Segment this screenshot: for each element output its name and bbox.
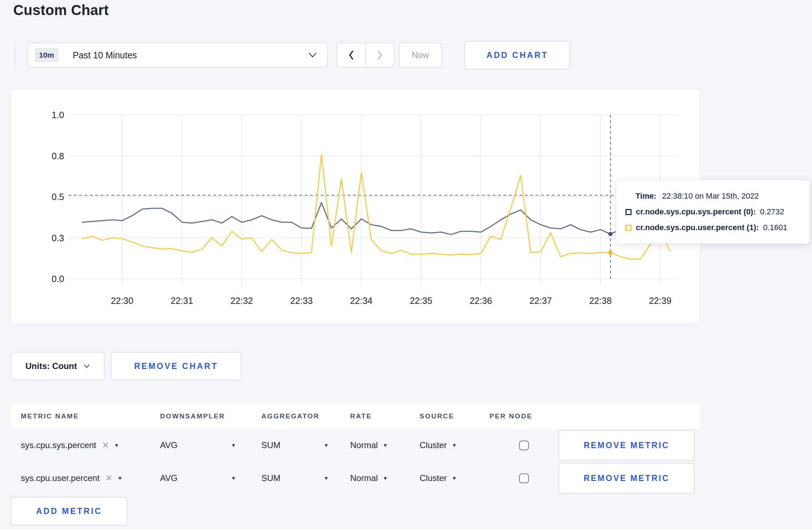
aggregator-value: SUM xyxy=(261,473,280,483)
tooltip-series-row: cr.node.sys.cpu.sys.percent (0): 0.2732 xyxy=(625,207,801,217)
svg-text:22:31: 22:31 xyxy=(171,296,193,306)
tooltip-time-label: Time: xyxy=(635,191,656,200)
tooltip-series-value: 0.1601 xyxy=(763,223,787,232)
svg-text:22:36: 22:36 xyxy=(470,296,492,306)
chevron-down-icon xyxy=(308,52,317,58)
sys-series-swatch-icon xyxy=(625,209,632,215)
svg-text:22:35: 22:35 xyxy=(410,296,432,306)
time-range-label: Past 10 Minutes xyxy=(73,50,137,60)
user-series-swatch-icon xyxy=(625,225,632,231)
rate-value: Normal xyxy=(350,473,378,483)
metric-name-select[interactable]: sys.cpu.sys.percent ✕ ▼ xyxy=(21,440,160,450)
downsampler-select[interactable]: AVG ▼ xyxy=(160,440,236,450)
remove-metric-button[interactable]: REMOVE METRIC xyxy=(559,430,695,461)
next-time-button[interactable] xyxy=(366,43,394,67)
caret-down-icon: ▼ xyxy=(383,442,388,448)
units-label: Units: Count xyxy=(25,361,77,371)
metric-name-select[interactable]: sys.cpu.user.percent ✕ ▼ xyxy=(21,473,160,483)
caret-down-icon: ▼ xyxy=(324,475,329,481)
remove-metric-button[interactable]: REMOVE METRIC xyxy=(559,463,695,494)
downsampler-value: AVG xyxy=(160,440,178,450)
svg-text:22:33: 22:33 xyxy=(290,296,313,306)
time-range-badge: 10m xyxy=(35,48,58,62)
col-header-metric-name: METRIC NAME xyxy=(21,412,160,420)
svg-text:0.8: 0.8 xyxy=(52,151,64,161)
chart-tooltip: Time:22:38:10 on Mar 15th, 2022 cr.node.… xyxy=(616,180,810,244)
svg-text:0.0: 0.0 xyxy=(52,274,64,284)
svg-text:1.0: 1.0 xyxy=(52,110,64,120)
page-title: Custom Chart xyxy=(13,2,109,18)
svg-text:22:39: 22:39 xyxy=(649,296,672,306)
tooltip-time: Time:22:38:10 on Mar 15th, 2022 xyxy=(635,191,801,201)
downsampler-select[interactable]: AVG ▼ xyxy=(160,473,236,483)
clear-metric-icon[interactable]: ✕ xyxy=(105,473,112,483)
source-value: Cluster xyxy=(420,473,447,483)
add-metric-button[interactable]: ADD METRIC xyxy=(11,497,127,525)
col-header-per-node: PER NODE xyxy=(489,412,559,420)
chevron-down-icon xyxy=(83,364,90,368)
aggregator-select[interactable]: SUM ▼ xyxy=(261,473,329,483)
caret-down-icon: ▼ xyxy=(452,475,457,481)
svg-text:22:32: 22:32 xyxy=(231,296,253,306)
svg-text:22:37: 22:37 xyxy=(530,296,552,306)
caret-down-icon: ▼ xyxy=(324,442,329,448)
toolbar-divider xyxy=(15,42,15,67)
svg-text:0.5: 0.5 xyxy=(52,192,64,202)
rate-select[interactable]: Normal ▼ xyxy=(350,440,420,450)
tooltip-series-value: 0.2732 xyxy=(760,207,784,217)
downsampler-value: AVG xyxy=(160,473,178,483)
aggregator-value: SUM xyxy=(261,440,280,450)
chevron-right-icon xyxy=(377,50,383,60)
tooltip-series-row: cr.node.sys.cpu.user.percent (1): 0.1601 xyxy=(625,223,801,232)
clear-metric-icon[interactable]: ✕ xyxy=(102,440,109,450)
rate-value: Normal xyxy=(350,440,378,450)
col-header-source: SOURCE xyxy=(420,412,489,420)
per-node-checkbox[interactable] xyxy=(519,441,529,450)
metric-row: sys.cpu.sys.percent ✕ ▼ AVG ▼ SUM ▼ Norm… xyxy=(11,429,700,462)
time-pager xyxy=(337,43,395,68)
col-header-downsampler: DOWNSAMPLER xyxy=(160,412,261,420)
caret-down-icon: ▼ xyxy=(231,442,236,448)
tooltip-series-label: cr.node.sys.cpu.sys.percent (0): xyxy=(636,207,756,217)
source-select[interactable]: Cluster ▼ xyxy=(420,440,489,450)
svg-text:0.3: 0.3 xyxy=(52,233,64,243)
time-range-select[interactable]: 10m Past 10 Minutes xyxy=(28,43,328,68)
caret-down-icon: ▼ xyxy=(114,442,119,448)
add-chart-button[interactable]: ADD CHART xyxy=(464,41,570,69)
source-value: Cluster xyxy=(420,440,447,450)
chevron-left-icon xyxy=(348,50,354,60)
metric-name-value: sys.cpu.sys.percent xyxy=(21,440,96,450)
source-select[interactable]: Cluster ▼ xyxy=(420,473,489,483)
svg-text:22:38: 22:38 xyxy=(589,296,612,306)
caret-down-icon: ▼ xyxy=(117,475,122,481)
now-button[interactable]: Now xyxy=(399,43,442,68)
metrics-table-header: METRIC NAME DOWNSAMPLER AGGREGATOR RATE … xyxy=(11,404,700,429)
col-header-aggregator: AGGREGATOR xyxy=(261,412,350,420)
per-node-checkbox[interactable] xyxy=(519,474,529,483)
custom-metrics-chart[interactable]: 0.00.30.50.81.022:3022:3122:3222:3322:34… xyxy=(11,89,700,324)
svg-text:22:30: 22:30 xyxy=(111,296,134,306)
chart-card: 0.00.30.50.81.022:3022:3122:3222:3322:34… xyxy=(11,89,700,324)
prev-time-button[interactable] xyxy=(337,43,366,67)
caret-down-icon: ▼ xyxy=(231,475,236,481)
remove-chart-button[interactable]: REMOVE CHART xyxy=(111,352,241,380)
metric-row: sys.cpu.user.percent ✕ ▼ AVG ▼ SUM ▼ Nor… xyxy=(11,462,700,495)
caret-down-icon: ▼ xyxy=(383,475,388,481)
rate-select[interactable]: Normal ▼ xyxy=(350,473,420,483)
tooltip-time-value: 22:38:10 on Mar 15th, 2022 xyxy=(662,191,759,200)
units-select[interactable]: Units: Count xyxy=(11,352,105,380)
metric-name-value: sys.cpu.user.percent xyxy=(21,473,100,483)
tooltip-series-label: cr.node.sys.cpu.user.percent (1): xyxy=(636,223,759,232)
col-header-rate: RATE xyxy=(350,412,420,420)
aggregator-select[interactable]: SUM ▼ xyxy=(261,440,329,450)
caret-down-icon: ▼ xyxy=(452,442,457,448)
svg-text:22:34: 22:34 xyxy=(350,296,373,306)
